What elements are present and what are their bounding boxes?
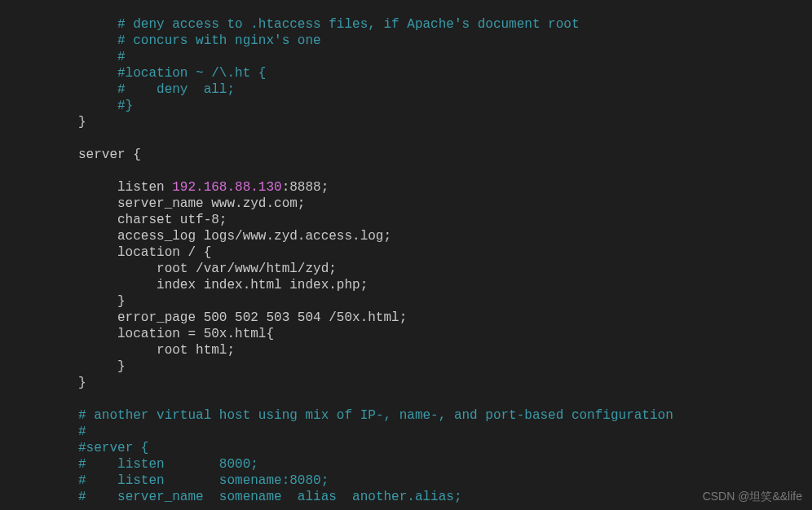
indent	[39, 457, 78, 472]
code-token: listen	[117, 180, 172, 195]
code-line: listen 192.168.88.130:8888;	[39, 179, 812, 196]
code-line: }	[39, 358, 812, 375]
indent	[39, 147, 78, 162]
indent	[39, 376, 78, 390]
code-token: 192.168.88.130	[172, 180, 281, 195]
code-token: location / {	[117, 245, 211, 260]
code-line: server {	[39, 147, 812, 163]
code-line: root html;	[39, 342, 812, 358]
indent	[39, 229, 117, 244]
code-line: # another virtual host using mix of IP-,…	[39, 407, 812, 424]
code-line	[39, 163, 812, 179]
indent	[39, 441, 78, 455]
indent	[39, 310, 117, 325]
code-token: }	[117, 294, 126, 309]
indent	[39, 82, 117, 97]
indent	[39, 180, 117, 195]
code-line: # listen 8000;	[39, 456, 812, 473]
code-line: charset utf-8;	[39, 212, 812, 228]
code-token: charset utf-8;	[117, 213, 227, 227]
code-line: }	[39, 293, 812, 310]
code-line: location = 50x.html{	[39, 326, 812, 342]
code-token: #location ~ /\.ht {	[117, 66, 266, 81]
code-token: # listen 8000;	[78, 457, 258, 472]
indent	[39, 50, 117, 64]
code-token: server_name www.zyd.com;	[117, 196, 305, 211]
code-token: #	[78, 424, 86, 439]
code-token: #server {	[78, 441, 148, 455]
code-token: location = 50x.html{	[117, 327, 274, 341]
code-line: # listen somename:8080;	[39, 473, 812, 489]
code-token: # listen somename:8080;	[78, 473, 329, 488]
code-token: index index.html index.php;	[157, 278, 368, 292]
watermark-label: CSDN @坦笑&&life	[703, 490, 802, 504]
code-token: server {	[78, 147, 141, 162]
code-token: #}	[117, 99, 133, 113]
code-token: error_page 500 502 503 504 /50x.html;	[117, 310, 407, 325]
indent	[39, 17, 117, 32]
code-token: }	[117, 359, 126, 374]
code-line: location / {	[39, 244, 812, 261]
code-token: # server_name somename alias another.ali…	[78, 490, 461, 504]
indent	[39, 115, 78, 130]
indent	[39, 66, 117, 81]
code-line: }	[39, 375, 812, 391]
indent	[39, 196, 117, 211]
code-line: }	[39, 114, 812, 130]
code-line	[39, 391, 812, 407]
code-token: :8888;	[282, 180, 329, 195]
indent	[39, 327, 117, 341]
indent	[39, 294, 117, 309]
indent	[39, 490, 78, 504]
indent	[39, 99, 117, 113]
indent	[39, 343, 157, 358]
indent	[39, 359, 117, 374]
code-editor-content: # deny access to .htaccess files, if Apa…	[0, 16, 812, 505]
indent	[39, 408, 78, 423]
code-line: # deny all;	[39, 81, 812, 98]
code-line: # deny access to .htaccess files, if Apa…	[39, 16, 812, 33]
code-line: index index.html index.php;	[39, 277, 812, 293]
code-line	[39, 130, 812, 147]
code-line: # concurs with nginx's one	[39, 33, 812, 49]
indent	[39, 213, 117, 227]
code-token: }	[78, 376, 86, 390]
code-line: #location ~ /\.ht {	[39, 65, 812, 81]
indent	[39, 424, 78, 439]
code-token: }	[78, 115, 86, 130]
code-token: root html;	[157, 343, 235, 358]
code-line: #	[39, 49, 812, 65]
code-token: access_log logs/www.zyd.access.log;	[117, 229, 391, 244]
code-line: server_name www.zyd.com;	[39, 196, 812, 212]
indent	[39, 33, 117, 48]
code-token: root /var/www/html/zyd;	[157, 262, 337, 276]
code-line: root /var/www/html/zyd;	[39, 261, 812, 277]
indent	[39, 473, 78, 488]
indent	[39, 262, 157, 276]
code-token: # concurs with nginx's one	[117, 33, 321, 48]
code-line: access_log logs/www.zyd.access.log;	[39, 228, 812, 244]
code-token: # deny access to .htaccess files, if Apa…	[117, 17, 580, 32]
code-token: # another virtual host using mix of IP-,…	[78, 408, 673, 423]
code-line: error_page 500 502 503 504 /50x.html;	[39, 310, 812, 326]
code-line: #server {	[39, 440, 812, 456]
indent	[39, 278, 157, 292]
code-token: # deny all;	[117, 82, 235, 97]
code-line: #	[39, 424, 812, 440]
code-line: #}	[39, 98, 812, 114]
indent	[39, 245, 117, 260]
code-token: #	[117, 50, 126, 64]
code-line: # server_name somename alias another.ali…	[39, 489, 812, 505]
